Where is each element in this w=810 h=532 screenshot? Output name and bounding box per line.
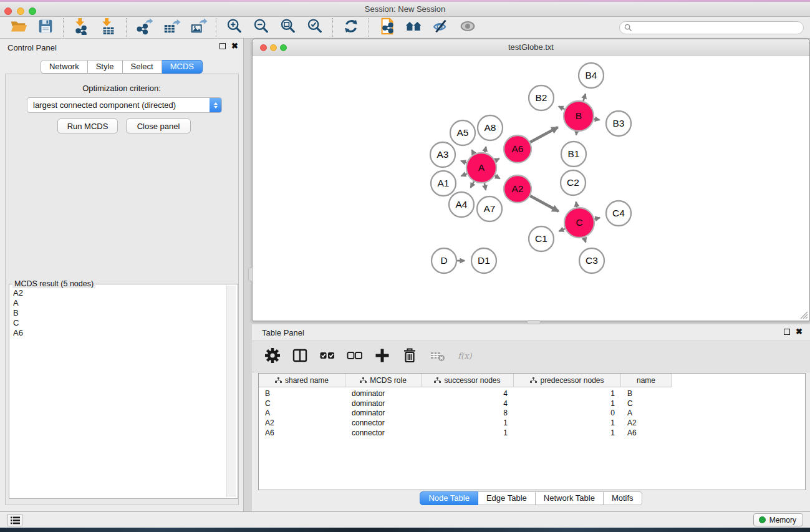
tab-motifs[interactable]: Motifs: [604, 491, 642, 505]
edge-B-B4[interactable]: [583, 94, 586, 101]
edge-C-C3[interactable]: [584, 238, 586, 243]
mcds-result-list[interactable]: A2ABCA6: [13, 288, 224, 496]
tab-select[interactable]: Select: [123, 60, 162, 74]
edge-A-A1[interactable]: [461, 173, 467, 176]
node-C2[interactable]: C2: [561, 170, 586, 195]
node-A4[interactable]: A4: [449, 192, 474, 217]
new-network-from-selection-button[interactable]: [374, 18, 400, 37]
edge-A6-B[interactable]: [530, 127, 557, 142]
table-row[interactable]: Bdominator41B: [259, 389, 805, 399]
mcds-result-item[interactable]: A2: [13, 288, 224, 298]
edge-A-A3[interactable]: [461, 161, 466, 163]
export-table-button[interactable]: [158, 18, 185, 37]
close-panel-icon[interactable]: ✖: [231, 42, 238, 50]
desktop-hscroll-indicator[interactable]: [527, 320, 541, 324]
edge-A-A6[interactable]: [495, 158, 499, 160]
edge-C-C4[interactable]: [594, 218, 600, 219]
delete-columns-button[interactable]: [398, 346, 422, 368]
deselect-all-columns-button[interactable]: [343, 346, 367, 368]
table-row[interactable]: A2connector11A2: [259, 418, 805, 428]
column-header-successor-nodes[interactable]: successor nodes: [422, 374, 514, 387]
tab-network[interactable]: Network: [41, 60, 88, 74]
edge-A-A8[interactable]: [485, 147, 486, 152]
node-D1[interactable]: D1: [471, 248, 496, 273]
tab-edge-table[interactable]: Edge Table: [478, 491, 536, 505]
table-options-button[interactable]: [261, 346, 284, 368]
node-A8[interactable]: A8: [478, 115, 503, 140]
node-A[interactable]: A: [466, 153, 496, 183]
float-table-panel-icon[interactable]: [784, 329, 790, 335]
node-B[interactable]: B: [564, 101, 594, 131]
table-row[interactable]: Adominator80A: [259, 408, 805, 418]
edge-A-A5[interactable]: [472, 150, 475, 154]
column-header-mcds-role[interactable]: MCDS role: [345, 374, 422, 387]
node-table[interactable]: shared nameMCDS rolesuccessor nodesprede…: [258, 373, 806, 490]
node-A5[interactable]: A5: [450, 120, 475, 145]
window-minimize-button[interactable]: [17, 7, 24, 15]
result-scrollbar[interactable]: [226, 286, 236, 497]
network-close-button[interactable]: [260, 44, 267, 51]
table-row[interactable]: Cdominator41C: [259, 399, 805, 409]
tab-style[interactable]: Style: [88, 60, 123, 74]
hide-graphics-details-button[interactable]: [427, 18, 454, 37]
open-session-button[interactable]: [5, 18, 32, 37]
show-column-button[interactable]: [288, 346, 312, 368]
table-row[interactable]: A6connector11A6: [259, 428, 805, 438]
node-A7[interactable]: A7: [477, 196, 502, 221]
task-history-button[interactable]: [7, 514, 22, 526]
mcds-result-item[interactable]: B: [13, 308, 224, 318]
close-panel-button[interactable]: Close panel: [126, 118, 191, 133]
edge-A-A4[interactable]: [471, 181, 474, 188]
node-C[interactable]: C: [564, 208, 594, 238]
node-A3[interactable]: A3: [430, 142, 455, 167]
network-canvas[interactable]: AA6A2BCA5A8A3A1A4A7B2B4B3B1C2C4C1C3DD1: [253, 56, 809, 321]
edge-C-C1[interactable]: [559, 229, 565, 231]
edge-B-B1[interactable]: [576, 132, 577, 135]
search-input[interactable]: [619, 21, 804, 34]
mcds-result-item[interactable]: A6: [13, 328, 224, 338]
edge-A2-C[interactable]: [530, 196, 558, 211]
select-all-columns-button[interactable]: [316, 346, 339, 368]
show-graphics-details-button[interactable]: [454, 18, 481, 37]
float-panel-icon[interactable]: [219, 43, 226, 49]
apply-preferred-layout-button[interactable]: [337, 18, 364, 37]
import-network-from-file-button[interactable]: [68, 18, 95, 37]
mcds-result-item[interactable]: A: [13, 298, 224, 308]
node-B4[interactable]: B4: [579, 63, 604, 88]
zoom-fit-content-button[interactable]: [274, 18, 301, 37]
tab-mcds[interactable]: MCDS: [162, 60, 203, 74]
node-C4[interactable]: C4: [606, 201, 631, 226]
node-C1[interactable]: C1: [529, 226, 554, 251]
window-zoom-button[interactable]: [29, 7, 36, 15]
network-minimize-button[interactable]: [270, 44, 277, 51]
node-A1[interactable]: A1: [431, 171, 456, 196]
zoom-out-button[interactable]: [248, 18, 274, 37]
create-new-column-button[interactable]: [370, 346, 394, 368]
edge-B-B3[interactable]: [594, 119, 600, 120]
first-neighbors-button[interactable]: [400, 18, 427, 37]
memory-button[interactable]: Memory: [753, 513, 803, 526]
criterion-dropdown[interactable]: largest connected component (directed): [27, 97, 222, 113]
node-B2[interactable]: B2: [529, 85, 554, 110]
network-graph[interactable]: AA6A2BCA5A8A3A1A4A7B2B4B3B1C2C4C1C3DD1: [253, 56, 809, 321]
desktop-vscroll-indicator[interactable]: [248, 268, 253, 281]
tab-node-table[interactable]: Node Table: [420, 491, 478, 505]
node-A2[interactable]: A2: [504, 175, 531, 203]
node-B3[interactable]: B3: [606, 111, 631, 136]
node-D[interactable]: D: [432, 248, 456, 273]
zoom-in-button[interactable]: [221, 18, 248, 37]
column-header-shared-name[interactable]: shared name: [259, 374, 345, 387]
node-C3[interactable]: C3: [579, 248, 604, 273]
edge-A-A2[interactable]: [495, 176, 500, 179]
edge-C-C2[interactable]: [576, 202, 577, 208]
export-image-button[interactable]: [185, 18, 211, 37]
mcds-result-item[interactable]: C: [13, 318, 224, 328]
node-A6[interactable]: A6: [504, 135, 531, 163]
resize-grip-icon[interactable]: [800, 311, 808, 319]
column-header-predecessor-nodes[interactable]: predecessor nodes: [514, 374, 621, 387]
column-header-name[interactable]: name: [621, 374, 672, 387]
network-window-titlebar[interactable]: testGlobe.txt: [253, 39, 809, 56]
edge-B-B2[interactable]: [559, 106, 565, 109]
close-table-panel-icon[interactable]: ✖: [796, 328, 803, 336]
edge-A-A7[interactable]: [485, 183, 486, 190]
